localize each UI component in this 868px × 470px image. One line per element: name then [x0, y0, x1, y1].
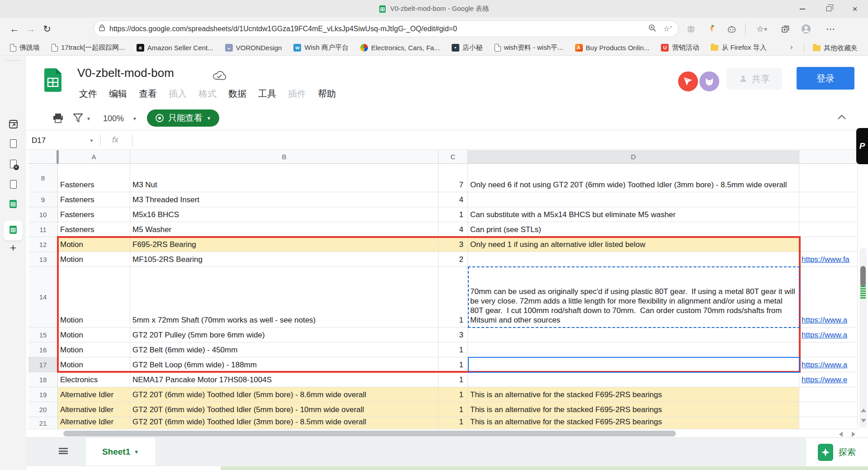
menu-7[interactable]: 工具 [258, 88, 276, 100]
globe-extension-icon[interactable] [684, 23, 698, 35]
cell-B8[interactable]: M3 Nut [130, 164, 439, 192]
restore-button[interactable] [818, 0, 839, 18]
column-header-D[interactable]: D [468, 150, 799, 164]
tab-window-icon[interactable] [9, 119, 18, 128]
explore-button[interactable]: 探索 [805, 438, 868, 467]
print-icon[interactable] [53, 113, 63, 125]
name-box[interactable]: D17 [32, 135, 88, 147]
cell-E17[interactable]: https://www.a [799, 357, 858, 372]
column-header-B[interactable]: B [130, 150, 439, 164]
bookmark-item[interactable]: •店小秘 [452, 43, 483, 52]
cell-B13[interactable]: MF105-2RS Bearing [130, 252, 439, 267]
robot-extension-icon[interactable] [725, 23, 738, 35]
cell-A16[interactable]: Motion [58, 342, 130, 357]
cell-B10[interactable]: M5x16 BHCS [130, 207, 439, 222]
scroll-down-arrow[interactable] [861, 419, 866, 423]
filter-icon[interactable] [73, 114, 83, 124]
anonymous-viewer-avatar-fox[interactable] [677, 71, 699, 92]
row-header-17[interactable]: 17 [28, 357, 58, 372]
name-box-dropdown-arrow[interactable]: ▼ [90, 138, 94, 143]
cell-D21[interactable]: This is an alternative for the stacked F… [468, 417, 799, 429]
cell-E20[interactable] [799, 402, 858, 417]
cell-A12[interactable]: Motion [58, 237, 130, 252]
cell-link[interactable]: https://www.a [802, 315, 847, 325]
row-header-20[interactable]: 20 [28, 402, 58, 417]
menu-1[interactable]: 文件 [79, 88, 97, 100]
close-button[interactable]: × [844, 0, 865, 18]
row-header-9[interactable]: 9 [28, 192, 58, 207]
cell-D8[interactable]: Only need 6 if not using GT2 20T (6mm wi… [468, 164, 799, 192]
cell-E21[interactable] [799, 417, 858, 429]
cell-C17[interactable]: 1 [439, 357, 468, 372]
back-button[interactable]: ← [6, 24, 23, 34]
bookmark-item[interactable]: wWish 商户平台 [293, 43, 349, 52]
menu-6[interactable]: 数据 [228, 88, 246, 100]
add-favorite-icon[interactable]: ☆+ [660, 24, 675, 33]
cell-C21[interactable]: 1 [439, 417, 468, 429]
carrot-extension-icon[interactable] [704, 23, 718, 35]
cell-B9[interactable]: M3 Threaded Insert [130, 192, 439, 207]
cell-C11[interactable]: 4 [439, 222, 468, 237]
forward-button[interactable]: → [23, 24, 39, 34]
favorites-bar-icon[interactable]: ☆≡ [755, 23, 769, 35]
cell-D19[interactable]: This is an alternative for the stacked F… [468, 387, 799, 402]
row-header-19[interactable]: 19 [28, 387, 58, 402]
cell-A11[interactable]: Fasteners [58, 222, 130, 237]
collapse-toolbar-icon[interactable] [837, 114, 846, 122]
scroll-left-arrow[interactable] [839, 432, 843, 437]
sheet-tab-sheet1[interactable]: Sheet1 ▼ [86, 438, 155, 465]
menu-3[interactable]: 查看 [139, 88, 157, 100]
row-header-10[interactable]: 10 [28, 207, 58, 222]
cell-link[interactable]: https://www.a [802, 330, 847, 340]
view-mode-button[interactable]: 只能查看 ▼ [147, 109, 219, 127]
row-header-14[interactable]: 14 [28, 267, 58, 328]
cell-E10[interactable] [799, 207, 858, 222]
zoom-page-icon[interactable] [645, 24, 660, 34]
cell-link[interactable]: https://www.fa [802, 255, 849, 264]
minimize-button[interactable] [792, 0, 813, 18]
menu-9[interactable]: 帮助 [318, 88, 336, 100]
cell-D17[interactable] [468, 357, 799, 372]
cell-C20[interactable]: 1 [439, 402, 468, 417]
cell-C12[interactable]: 3 [439, 237, 468, 252]
cell-D16[interactable] [468, 342, 799, 357]
cell-A15[interactable]: Motion [58, 328, 130, 342]
bookmark-item[interactable]: 从 Firefox 导入 [711, 43, 766, 52]
zoom-dropdown-arrow[interactable]: ▼ [132, 116, 137, 121]
browser-menu-icon[interactable]: ⋯ [824, 23, 837, 35]
cell-A19[interactable]: Alternative Idler [58, 387, 130, 402]
row-header-11[interactable]: 11 [28, 222, 58, 237]
scroll-right-arrow[interactable] [852, 432, 855, 437]
bookmark-item[interactable]: aAmazon Seller Cent... [137, 44, 213, 52]
tab-page-icon[interactable] [9, 139, 18, 148]
cell-E15[interactable]: https://www.a [799, 328, 858, 342]
bookmark-item[interactable]: ABuy Products Onlin... [575, 44, 650, 52]
cell-E19[interactable] [799, 387, 858, 402]
share-button[interactable]: 共享 [727, 68, 782, 90]
cell-D15[interactable] [468, 328, 799, 342]
bookmark-item[interactable]: U营销活动 [661, 43, 699, 52]
cell-A21[interactable]: Alternative Idler [58, 417, 130, 429]
column-header-E[interactable] [799, 150, 858, 164]
cell-E11[interactable] [799, 222, 858, 237]
cell-A18[interactable]: Electronics [58, 372, 130, 387]
bookmark-item[interactable]: Electronics, Cars, Fa... [360, 44, 440, 52]
cell-E9[interactable] [799, 192, 858, 207]
grid-corner[interactable] [28, 150, 58, 164]
bookmark-item[interactable]: 佛跳墙 [10, 43, 40, 52]
row-header-13[interactable]: 13 [28, 252, 58, 267]
bookmarks-overflow-chevron[interactable]: › [790, 43, 793, 51]
tab-page-icon[interactable] [9, 180, 18, 189]
cell-B19[interactable]: GT2 20T (6mm wide) Toothed Idler (5mm bo… [130, 387, 439, 402]
cell-D9[interactable] [468, 192, 799, 207]
cell-A9[interactable]: Fasteners [58, 192, 130, 207]
column-header-A[interactable]: A [58, 150, 130, 164]
row-header-12[interactable]: 12 [28, 237, 58, 252]
cell-E14[interactable]: https://www.a [799, 267, 858, 328]
cell-D11[interactable]: Can print (see STLs) [468, 222, 799, 237]
cell-E12[interactable] [799, 237, 858, 252]
address-bar[interactable]: https://docs.google.com/spreadsheets/d/1… [94, 21, 678, 37]
cell-A13[interactable]: Motion [58, 252, 130, 267]
cell-C16[interactable]: 1 [439, 342, 468, 357]
cell-C8[interactable]: 7 [439, 164, 468, 192]
